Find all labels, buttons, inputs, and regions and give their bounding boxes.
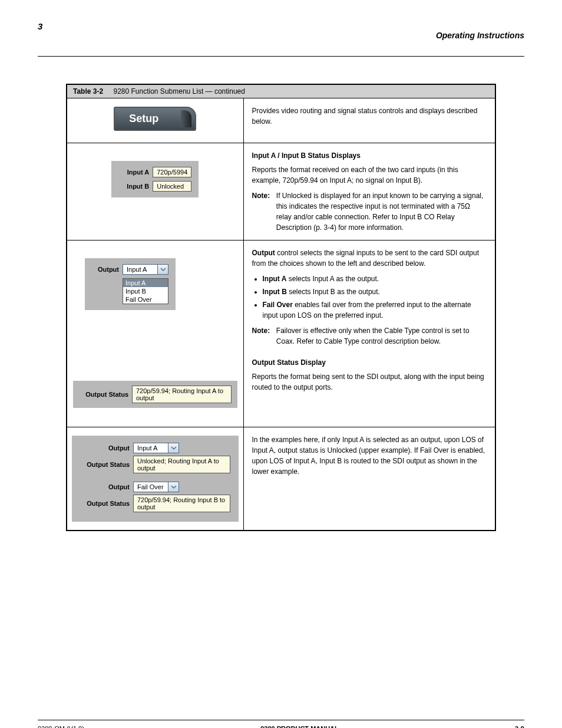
output-select[interactable]: Input A xyxy=(123,264,168,275)
output-options-bullets: Input A selects Input A as the output. I… xyxy=(252,274,487,321)
output-select-value: Fail Over xyxy=(133,482,168,492)
chapter-title: Operating Instructions xyxy=(436,31,524,40)
output-options-list[interactable]: Input A Input B Fail Over xyxy=(123,278,168,304)
output-option[interactable]: Input B xyxy=(123,287,168,295)
output-option[interactable]: Input A xyxy=(123,279,168,287)
chevron-down-icon[interactable] xyxy=(168,443,179,453)
input-a-status: 720p/5994 xyxy=(153,167,191,177)
note-body: Failover is effective only when the Cabl… xyxy=(276,325,487,347)
output-label: Output xyxy=(92,266,119,273)
footer-left: 9280-OM (V1.0) xyxy=(38,725,84,728)
output-dropdown-panel: Output Input A Input A Input xyxy=(85,258,176,310)
output-status-value: 720p/59.94; Routing Input A to output xyxy=(132,386,232,403)
note-body: If Unlocked is displayed for an input kn… xyxy=(276,190,487,233)
list-item: Input B selects Input B as the output. xyxy=(263,286,487,297)
output-status-title: Output Status Display xyxy=(252,357,487,368)
output-label: Output xyxy=(80,483,130,490)
note-label: Note: xyxy=(252,190,275,201)
failover-examples-panel: Output Input A Output Status Unlocked; R… xyxy=(72,436,239,522)
output-option[interactable]: Fail Over xyxy=(123,295,168,304)
footer-right: 3-9 xyxy=(515,725,524,728)
input-b-label: Input B xyxy=(118,183,149,190)
output-status-label: Output Status xyxy=(80,461,130,468)
output-status-panel: Output Status 720p/59.94; Routing Input … xyxy=(73,381,237,408)
output-status-label: Output Status xyxy=(80,500,130,507)
footer-center: 9280 PRODUCT MANUAL xyxy=(260,725,339,728)
output-select-value: Input A xyxy=(133,443,168,453)
table-title: Table 3-2 xyxy=(73,87,103,95)
setup-description: Provides video routing and signal status… xyxy=(252,106,487,127)
output-control-title: Output xyxy=(252,249,277,257)
chevron-down-icon[interactable] xyxy=(158,264,168,275)
bullet-text: selects Input A as the output. xyxy=(286,275,379,283)
input-a-label: Input A xyxy=(118,169,149,176)
input-status-panel: Input A 720p/5994 Input B Unlocked xyxy=(111,161,199,197)
output-select[interactable]: Input A xyxy=(133,443,179,453)
page-footer: 9280-OM (V1.0) 9280 PRODUCT MANUAL 3-9 xyxy=(38,720,524,728)
output-status-value: Unlocked; Routing Input A to output xyxy=(133,456,230,473)
failover-examples-desc: In the examples here, if only Input A is… xyxy=(252,434,487,477)
output-label: Output xyxy=(80,444,130,452)
output-select-value: Input A xyxy=(123,264,158,275)
chevron-down-icon[interactable] xyxy=(168,482,179,492)
bullet-bold: Input A xyxy=(263,275,287,283)
chapter-number: 3 xyxy=(38,21,42,31)
setup-button[interactable]: Setup xyxy=(114,107,196,131)
output-status-label: Output Status xyxy=(79,391,128,398)
bullet-text: selects Input B as the output. xyxy=(287,288,380,296)
output-control-body: control selects the signal inputs to be … xyxy=(252,249,480,268)
input-b-status: Unlocked xyxy=(153,181,191,192)
function-submenu-table: Table 3-2 9280 Function Submenu List — c… xyxy=(66,84,496,531)
list-item: Fail Over enables fail over from the pre… xyxy=(263,299,487,321)
note-label: Note: xyxy=(252,325,275,336)
bullet-bold: Fail Over xyxy=(263,301,293,309)
bullet-text: enables fail over from the preferred inp… xyxy=(263,301,471,319)
output-select[interactable]: Fail Over xyxy=(133,482,179,492)
output-status-desc: Reports the format being sent to the SDI… xyxy=(252,371,487,393)
list-item: Input A selects Input A as the output. xyxy=(263,274,487,284)
bullet-bold: Input B xyxy=(263,288,287,296)
input-status-desc: Reports the format received on each of t… xyxy=(252,164,487,186)
input-status-title: Input A / Input B Status Displays xyxy=(252,150,487,161)
output-status-value: 720p/59.94; Routing Input B to output xyxy=(133,495,230,512)
table-subtitle: 9280 Function Submenu List — continued xyxy=(113,87,244,95)
